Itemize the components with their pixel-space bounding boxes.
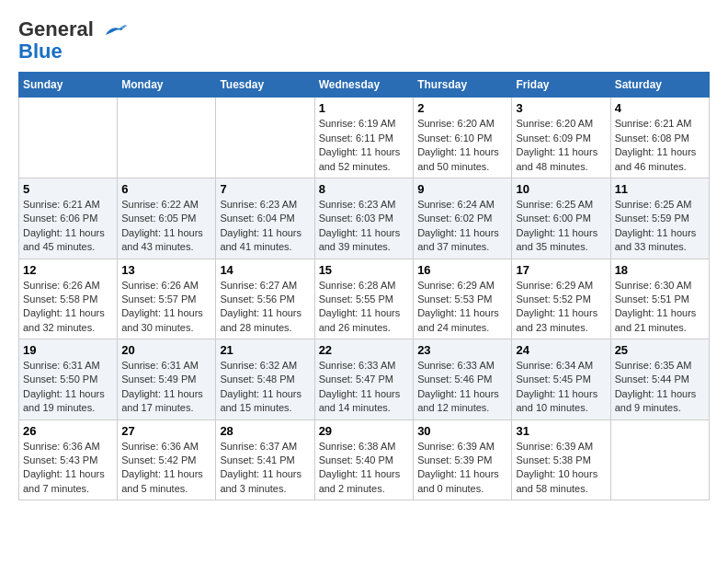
day-number: 23 xyxy=(417,343,507,357)
day-info-line: Daylight: 11 hours xyxy=(23,388,105,399)
calendar-table: SundayMondayTuesdayWednesdayThursdayFrid… xyxy=(18,72,710,500)
day-info-line: and 24 minutes. xyxy=(417,322,489,333)
day-info: Sunrise: 6:26 AMSunset: 5:57 PMDaylight:… xyxy=(121,279,211,336)
calendar-cell: 19Sunrise: 6:31 AMSunset: 5:50 PMDayligh… xyxy=(19,339,118,420)
day-info-line: and 21 minutes. xyxy=(615,322,687,333)
logo-text-line2: Blue xyxy=(18,40,129,63)
calendar-cell: 11Sunrise: 6:25 AMSunset: 5:59 PMDayligh… xyxy=(610,178,709,259)
day-info-line: Sunset: 6:06 PM xyxy=(23,213,97,224)
day-info-line: and 28 minutes. xyxy=(220,322,291,333)
day-number: 2 xyxy=(417,101,507,115)
day-info-line: Sunrise: 6:28 AM xyxy=(319,280,396,291)
calendar-cell: 26Sunrise: 6:36 AMSunset: 5:43 PMDayligh… xyxy=(19,419,118,500)
day-info-line: and 3 minutes. xyxy=(220,483,286,494)
day-info-line: Sunrise: 6:30 AM xyxy=(615,280,692,291)
day-info-line: Daylight: 11 hours xyxy=(220,388,301,399)
calendar-cell: 22Sunrise: 6:33 AMSunset: 5:47 PMDayligh… xyxy=(314,339,414,420)
day-number: 1 xyxy=(319,101,410,115)
day-info-line: Daylight: 11 hours xyxy=(319,468,401,479)
day-info-line: Sunrise: 6:29 AM xyxy=(417,280,495,291)
day-info-line: Sunset: 5:42 PM xyxy=(121,454,196,465)
day-number: 28 xyxy=(220,424,310,438)
day-info-line: Daylight: 11 hours xyxy=(121,388,203,399)
day-number: 14 xyxy=(220,263,310,277)
day-info-line: Daylight: 11 hours xyxy=(319,227,401,238)
day-info-line: Sunrise: 6:23 AM xyxy=(319,199,396,210)
day-info-line: Daylight: 11 hours xyxy=(417,307,499,318)
day-info-line: Sunset: 5:40 PM xyxy=(319,454,393,465)
day-info-line: Sunrise: 6:39 AM xyxy=(417,441,495,452)
calendar-cell: 20Sunrise: 6:31 AMSunset: 5:49 PMDayligh… xyxy=(118,339,216,420)
calendar-cell: 10Sunrise: 6:25 AMSunset: 6:00 PMDayligh… xyxy=(512,178,610,259)
day-number: 11 xyxy=(615,182,705,196)
day-info-line: Sunrise: 6:26 AM xyxy=(121,280,199,291)
day-info-line: Daylight: 11 hours xyxy=(319,307,401,318)
day-info-line: and 48 minutes. xyxy=(516,161,587,172)
day-info-line: Daylight: 11 hours xyxy=(516,146,597,157)
calendar-cell: 1Sunrise: 6:19 AMSunset: 6:11 PMDaylight… xyxy=(314,98,414,178)
calendar-cell xyxy=(610,419,709,500)
calendar-cell: 29Sunrise: 6:38 AMSunset: 5:40 PMDayligh… xyxy=(314,419,414,500)
day-info: Sunrise: 6:36 AMSunset: 5:42 PMDaylight:… xyxy=(121,440,211,497)
day-info-line: and 17 minutes. xyxy=(121,402,193,413)
day-info: Sunrise: 6:33 AMSunset: 5:47 PMDaylight:… xyxy=(319,359,410,416)
calendar-cell xyxy=(216,98,314,178)
day-info-line: Daylight: 11 hours xyxy=(23,307,105,318)
day-info-line: and 46 minutes. xyxy=(615,161,687,172)
calendar-week-row: 5Sunrise: 6:21 AMSunset: 6:06 PMDaylight… xyxy=(19,178,710,259)
day-info-line: Daylight: 11 hours xyxy=(220,468,301,479)
day-info-line: Sunrise: 6:21 AM xyxy=(615,118,692,129)
day-info-line: Sunset: 5:56 PM xyxy=(220,293,294,304)
day-info-line: and 39 minutes. xyxy=(319,241,391,252)
day-info-line: Sunrise: 6:27 AM xyxy=(220,280,297,291)
day-info-line: Sunrise: 6:35 AM xyxy=(615,360,692,371)
day-info-line: Daylight: 11 hours xyxy=(516,227,597,238)
day-info-line: Sunrise: 6:26 AM xyxy=(23,280,100,291)
day-info: Sunrise: 6:31 AMSunset: 5:50 PMDaylight:… xyxy=(23,359,113,416)
calendar-cell: 17Sunrise: 6:29 AMSunset: 5:52 PMDayligh… xyxy=(512,259,610,339)
day-info-line: Daylight: 11 hours xyxy=(23,227,105,238)
day-info-line: and 19 minutes. xyxy=(23,402,95,413)
day-info-line: Sunset: 6:00 PM xyxy=(516,213,590,224)
day-info-line: Sunrise: 6:20 AM xyxy=(417,118,495,129)
day-info-line: Sunset: 5:44 PM xyxy=(615,373,689,385)
calendar-cell: 15Sunrise: 6:28 AMSunset: 5:55 PMDayligh… xyxy=(314,259,414,339)
day-info-line: Sunset: 5:48 PM xyxy=(220,373,294,385)
day-info-line: Sunset: 5:59 PM xyxy=(615,213,689,224)
calendar-cell: 31Sunrise: 6:39 AMSunset: 5:38 PMDayligh… xyxy=(512,419,610,500)
day-info: Sunrise: 6:31 AMSunset: 5:49 PMDaylight:… xyxy=(121,359,211,416)
day-info-line: Sunset: 5:38 PM xyxy=(516,454,590,465)
day-info: Sunrise: 6:22 AMSunset: 6:05 PMDaylight:… xyxy=(121,198,211,255)
calendar-week-row: 1Sunrise: 6:19 AMSunset: 6:11 PMDaylight… xyxy=(19,98,710,178)
day-info-line: Sunrise: 6:25 AM xyxy=(615,199,692,210)
day-info-line: Daylight: 11 hours xyxy=(417,146,499,157)
calendar-cell: 7Sunrise: 6:23 AMSunset: 6:04 PMDaylight… xyxy=(216,178,314,259)
day-info: Sunrise: 6:33 AMSunset: 5:46 PMDaylight:… xyxy=(417,359,507,416)
day-info-line: Sunrise: 6:21 AM xyxy=(23,199,100,210)
day-info-line: Daylight: 10 hours xyxy=(516,468,597,479)
day-info-line: and 41 minutes. xyxy=(220,241,291,252)
day-number: 7 xyxy=(220,182,310,196)
calendar-cell: 18Sunrise: 6:30 AMSunset: 5:51 PMDayligh… xyxy=(610,259,709,339)
day-info-line: Daylight: 11 hours xyxy=(319,388,401,399)
day-info-line: Daylight: 11 hours xyxy=(121,307,203,318)
day-info-line: Sunrise: 6:23 AM xyxy=(220,199,297,210)
day-info: Sunrise: 6:24 AMSunset: 6:02 PMDaylight:… xyxy=(417,198,507,255)
day-info-line: and 37 minutes. xyxy=(417,241,489,252)
calendar-cell: 8Sunrise: 6:23 AMSunset: 6:03 PMDaylight… xyxy=(314,178,414,259)
day-info-line: Sunrise: 6:20 AM xyxy=(516,118,593,129)
day-info-line: Sunrise: 6:36 AM xyxy=(121,441,199,452)
day-info-line: Sunrise: 6:33 AM xyxy=(417,360,495,371)
weekday-header: Friday xyxy=(512,73,610,98)
day-info: Sunrise: 6:28 AMSunset: 5:55 PMDaylight:… xyxy=(319,279,410,336)
day-info-line: Sunset: 5:52 PM xyxy=(516,293,590,304)
day-info-line: Sunset: 6:02 PM xyxy=(417,213,492,224)
day-info: Sunrise: 6:30 AMSunset: 5:51 PMDaylight:… xyxy=(615,279,705,336)
day-number: 9 xyxy=(417,182,507,196)
calendar-cell: 30Sunrise: 6:39 AMSunset: 5:39 PMDayligh… xyxy=(414,419,512,500)
day-info: Sunrise: 6:25 AMSunset: 5:59 PMDaylight:… xyxy=(615,198,705,255)
day-number: 31 xyxy=(516,424,606,438)
day-info-line: and 58 minutes. xyxy=(516,483,587,494)
day-info-line: Sunrise: 6:25 AM xyxy=(516,199,593,210)
logo: General Blue xyxy=(18,18,129,63)
